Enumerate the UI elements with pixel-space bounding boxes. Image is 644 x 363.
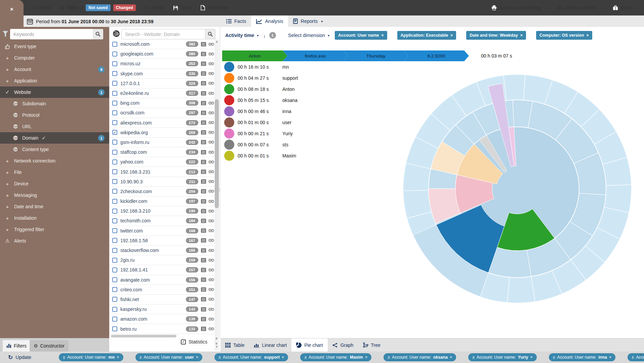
domain-checkbox[interactable] <box>112 189 117 194</box>
chart-tab-table[interactable]: Table <box>220 338 249 352</box>
keywords-input[interactable] <box>10 29 93 39</box>
domain-checkbox[interactable] <box>112 238 117 243</box>
actions-gear-icon[interactable]: ⚙⚙ <box>208 307 213 312</box>
domain-row[interactable]: 127.0.0.1324⚙⚙ <box>109 79 214 88</box>
details-icon[interactable] <box>201 71 206 76</box>
scroll-up-icon[interactable]: ∧ <box>214 336 219 341</box>
domain-checkbox[interactable] <box>112 120 117 125</box>
dimension-chip[interactable]: Application: Executable× <box>397 31 456 40</box>
account-filter-chip[interactable]: ±Account: User name:oksana× <box>384 353 456 361</box>
domain-search-button[interactable] <box>205 29 215 39</box>
details-icon[interactable] <box>201 120 206 125</box>
details-icon[interactable] <box>201 42 206 46</box>
dimension-chip[interactable]: Account: User name× <box>335 31 387 40</box>
details-icon[interactable] <box>201 130 206 135</box>
domain-checkbox[interactable] <box>112 159 117 165</box>
details-icon[interactable] <box>201 111 206 115</box>
update-button[interactable]: ↻ Update <box>8 354 31 361</box>
sidebar-item-computer[interactable]: +Computer <box>0 52 109 64</box>
legend-item[interactable]: 00 h 05 m 15 soksana <box>224 95 298 106</box>
domain-checkbox[interactable] <box>112 42 117 47</box>
domain-checkbox[interactable] <box>112 101 117 106</box>
domain-checkbox[interactable] <box>112 317 117 322</box>
actions-gear-icon[interactable]: ⚙⚙ <box>208 297 213 302</box>
domain-row[interactable]: amazon.com139⚙⚙ <box>109 314 214 324</box>
remove-chip-icon[interactable]: × <box>450 33 453 38</box>
domain-row[interactable]: 10.90.90.3211⚙⚙ <box>109 177 214 187</box>
actions-gear-icon[interactable]: ⚙⚙ <box>208 150 213 155</box>
statistics-checkbox[interactable]: ✓ <box>181 339 186 344</box>
details-icon[interactable] <box>201 140 206 144</box>
remove-chip-icon[interactable]: × <box>381 33 384 38</box>
domain-row[interactable]: 192.168.3.231213⚙⚙ <box>109 167 214 177</box>
sidebar-item-url[interactable]: URL <box>0 121 109 132</box>
admin-menu[interactable]: ⚙ Admin (admin) ▾ <box>557 5 601 11</box>
remove-chip-icon[interactable]: × <box>365 355 367 360</box>
tab-filters[interactable]: Filters <box>3 340 31 352</box>
remove-chip-icon[interactable]: × <box>450 355 452 360</box>
details-icon[interactable] <box>201 228 206 233</box>
domain-list-vertical-scrollbar[interactable]: ∧ ∨ ⋮⋮ <box>214 39 219 351</box>
save-button[interactable]: Save <box>173 5 192 10</box>
chart-tab-tree[interactable]: Tree <box>358 338 385 352</box>
actions-gear-icon[interactable]: ⚙⚙ <box>208 258 213 263</box>
details-icon[interactable] <box>201 91 206 96</box>
domain-checkbox[interactable] <box>112 61 117 66</box>
domain-row[interactable]: bing.com308⚙⚙ <box>109 98 214 108</box>
domain-checkbox[interactable] <box>112 218 117 223</box>
scroll-down-icon[interactable]: ∨ <box>214 341 219 346</box>
chips-scroll-arrows[interactable]: ∧ ∨ <box>639 352 643 362</box>
sidebar-item-domain[interactable]: Domain✓1 <box>0 132 109 144</box>
sidebar-item-triggered-filter[interactable]: +Triggered filter <box>0 224 109 235</box>
domain-row[interactable]: stackoverflow.com165⚙⚙ <box>109 246 214 255</box>
domain-row[interactable]: aliexpress.com273⚙⚙ <box>109 118 214 128</box>
tab-facts[interactable]: Facts <box>221 15 251 27</box>
reset-button[interactable]: ↻ Reset <box>145 5 164 11</box>
actions-gear-icon[interactable]: ⚙⚙ <box>208 51 213 57</box>
actions-gear-icon[interactable]: ⚙⚙ <box>208 159 213 165</box>
domain-checkbox[interactable] <box>112 140 117 145</box>
sidebar-item-messaging[interactable]: +Messaging <box>0 189 109 201</box>
legend-item[interactable]: 00 h 00 m 07 ssts <box>224 139 298 150</box>
sidebar-item-device[interactable]: +Device <box>0 178 109 189</box>
actions-gear-icon[interactable]: ⚙⚙ <box>208 81 213 86</box>
details-icon[interactable] <box>201 81 206 85</box>
plus-minus-icon[interactable]: ± <box>63 355 65 360</box>
sidebar-item-content-type[interactable]: Content type <box>0 144 109 155</box>
domain-row[interactable]: microsoft.com382⚙⚙ <box>109 39 214 49</box>
domain-checkbox[interactable] <box>112 209 117 214</box>
sidebar-item-file[interactable]: +File <box>0 167 109 178</box>
domain-checkbox[interactable] <box>112 307 117 312</box>
chart-tab-pie-chart[interactable]: Pie chart <box>291 338 327 352</box>
account-filter-chip[interactable]: ±Account: User name:inna× <box>549 353 616 361</box>
details-icon[interactable] <box>201 179 206 184</box>
actions-gear-icon[interactable]: ⚙⚙ <box>208 277 213 282</box>
domain-row[interactable]: techsmith.com184⚙⚙ <box>109 216 214 226</box>
actions-gear-icon[interactable]: ⚙⚙ <box>208 130 213 135</box>
sidebar-collapse-tab[interactable]: × <box>0 0 24 19</box>
domain-row[interactable]: ocrsdk.com297⚙⚙ <box>109 108 214 118</box>
actions-gear-icon[interactable]: ⚙⚙ <box>208 238 213 243</box>
details-icon[interactable] <box>201 189 206 193</box>
domain-row[interactable]: betro.ru133⚙⚙ <box>109 324 214 334</box>
domain-checkbox[interactable] <box>112 150 117 155</box>
details-icon[interactable] <box>201 258 206 262</box>
domain-row[interactable]: gsm-inform.ru242⚙⚙ <box>109 138 214 147</box>
details-icon[interactable] <box>201 278 206 282</box>
plus-minus-icon[interactable]: ± <box>388 355 390 360</box>
panel-drag-handle[interactable]: ⋮⋮ <box>213 189 222 191</box>
details-icon[interactable] <box>201 287 206 292</box>
domain-row[interactable]: 2gis.ru159⚙⚙ <box>109 255 214 265</box>
domain-row[interactable]: skype.com335⚙⚙ <box>109 69 214 79</box>
domain-checkbox[interactable] <box>112 248 117 253</box>
domain-checkbox[interactable] <box>112 228 117 233</box>
legend-item[interactable]: 00 h 01 m 00 suser <box>224 117 298 128</box>
tab-analysis[interactable]: Analysis <box>251 15 288 27</box>
details-icon[interactable] <box>201 160 206 164</box>
actions-gear-icon[interactable]: ⚙⚙ <box>208 101 213 106</box>
plus-minus-icon[interactable]: ± <box>139 355 142 360</box>
details-icon[interactable] <box>201 219 206 223</box>
actions-gear-icon[interactable]: ⚙⚙ <box>208 71 213 76</box>
scroll-up-icon[interactable]: ∧ <box>214 40 219 43</box>
account-filter-chip[interactable]: ±Account: User name:mn× <box>59 353 123 361</box>
